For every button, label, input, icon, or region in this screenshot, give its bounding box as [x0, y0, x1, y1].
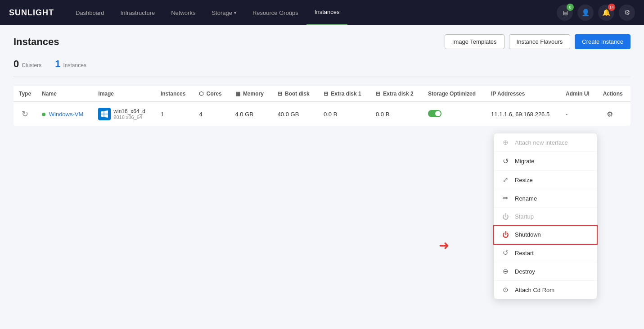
notifications-button[interactable]: 🔔 14 — [598, 5, 614, 21]
nav-dashboard[interactable]: Dashboard — [68, 0, 113, 25]
storage-optimized-toggle — [428, 110, 441, 117]
col-instances: Instances — [155, 86, 194, 102]
page-content: Instances Image Templates Instance Flavo… — [0, 25, 644, 135]
page-title: Instances — [14, 36, 445, 48]
col-type: Type — [14, 86, 36, 102]
instance-actions-button[interactable]: ⚙ — [603, 108, 617, 120]
windows-image-icon — [98, 108, 111, 120]
memory-icon: ▦ — [235, 91, 240, 97]
actions-dropdown-menu: ⊕ Attach new interface ↺ Migrate ⤢ Resiz… — [494, 133, 597, 135]
instance-flavours-button[interactable]: Instance Flavours — [509, 34, 571, 49]
instance-type-icon: ↻ — [14, 102, 36, 126]
instance-name-link[interactable]: Windows-VM — [49, 111, 84, 118]
instance-admin-ui-cell: - — [560, 102, 598, 126]
col-name: Name — [36, 86, 93, 102]
instances-table-wrapper: Type Name Image Instances ⬡ Cores — [14, 86, 630, 126]
nav-infrastructure[interactable]: Infrastructure — [113, 0, 163, 25]
app-logo: SUNLIGHT — [9, 8, 54, 18]
nav-right-actions: 🖥 0 👤 🔔 14 ⚙ — [557, 5, 635, 21]
create-instance-button[interactable]: Create Instance — [575, 34, 630, 49]
instance-extra-disk1-cell: 0.0 B — [318, 102, 370, 126]
col-actions: Actions — [598, 86, 630, 102]
table-header-row: Type Name Image Instances ⬡ Cores — [14, 86, 630, 102]
top-navigation: SUNLIGHT Dashboard Infrastructure Networ… — [0, 0, 644, 25]
stat-clusters: 0 Clusters — [14, 58, 41, 70]
table-row: ↻ Windows-VM — [14, 102, 630, 126]
spinner-icon: ↻ — [22, 109, 28, 119]
instance-extra-disk2-cell: 0.0 B — [370, 102, 423, 126]
instance-ip-cell: 11.1.1.6, 69.168.226.5 — [486, 102, 560, 126]
actions-gear-icon: ⚙ — [607, 110, 613, 118]
nav-instances[interactable]: Instances — [306, 0, 348, 25]
image-templates-button[interactable]: Image Templates — [445, 34, 504, 49]
gear-icon: ⚙ — [624, 9, 630, 17]
instance-memory-cell: 4.0 GB — [230, 102, 272, 126]
nav-networks[interactable]: Networks — [163, 0, 203, 25]
cores-icon: ⬡ — [199, 91, 203, 97]
col-memory: ▦ Memory — [230, 86, 272, 102]
storage-dropdown-icon: ▾ — [234, 10, 236, 15]
col-image: Image — [93, 86, 155, 102]
clusters-count: 0 — [14, 58, 19, 70]
disk2-icon: ⊟ — [324, 91, 328, 97]
instance-storage-opt-cell — [423, 102, 486, 126]
image-sub: 2016 x86_64 — [113, 114, 145, 120]
stats-row: 0 Clusters 1 Instances — [14, 58, 630, 77]
disk-icon: ⊟ — [278, 91, 282, 97]
settings-button[interactable]: ⚙ — [619, 5, 635, 21]
instance-actions-cell: ⚙ — [598, 102, 630, 126]
nav-storage[interactable]: Storage ▾ — [203, 0, 244, 25]
monitor-button[interactable]: 🖥 0 — [557, 5, 573, 21]
menu-item-attach-interface[interactable]: ⊕ Attach new interface — [494, 133, 597, 135]
nav-resource-groups[interactable]: Resource Groups — [244, 0, 306, 25]
page-header-actions: Image Templates Instance Flavours Create… — [445, 34, 630, 49]
instance-cores-cell: 4 — [194, 102, 230, 126]
col-boot-disk: ⊟ Boot disk — [272, 86, 318, 102]
disk3-icon: ⊟ — [376, 91, 380, 97]
clusters-label: Clusters — [22, 62, 41, 69]
stat-instances: 1 Instances — [55, 58, 86, 70]
instances-label: Instances — [63, 62, 86, 69]
col-admin-ui: Admin UI — [560, 86, 598, 102]
page-header: Instances Image Templates Instance Flavo… — [14, 34, 630, 49]
image-name: win16_x64_d — [113, 108, 145, 114]
instance-boot-disk-cell: 40.0 GB — [272, 102, 318, 126]
col-extra-disk1: ⊟ Extra disk 1 — [318, 86, 370, 102]
user-profile-button[interactable]: 👤 — [577, 5, 594, 21]
monitor-badge: 0 — [567, 4, 574, 11]
user-icon: 👤 — [581, 9, 590, 17]
col-extra-disk2: ⊟ Extra disk 2 — [370, 86, 423, 102]
notifications-badge: 14 — [608, 4, 615, 11]
instance-image-cell: win16_x64_d 2016 x86_64 — [93, 102, 155, 126]
instances-count: 1 — [55, 58, 60, 70]
col-ip: IP Addresses — [486, 86, 560, 102]
instance-count-cell: 1 — [155, 102, 194, 126]
instances-table: Type Name Image Instances ⬡ Cores — [14, 86, 630, 126]
instance-name-cell: Windows-VM — [36, 102, 93, 126]
col-cores: ⬡ Cores — [194, 86, 230, 102]
col-storage-opt: Storage Optimized — [423, 86, 486, 102]
status-indicator — [42, 113, 45, 116]
monitor-icon: 🖥 — [562, 9, 568, 17]
